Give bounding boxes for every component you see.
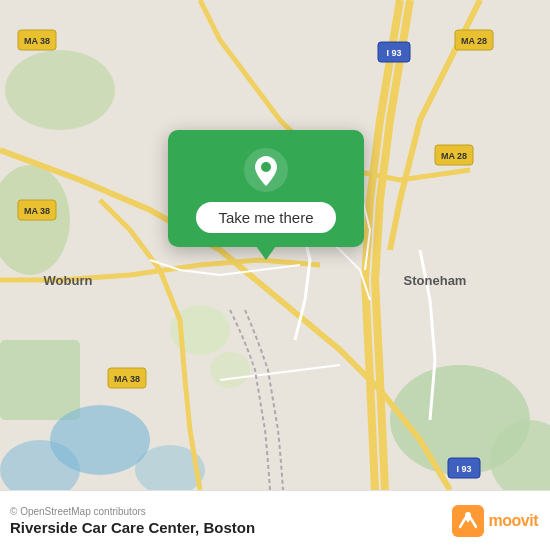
location-title: Riverside Car Care Center, Boston bbox=[10, 519, 255, 536]
svg-text:MA 28: MA 28 bbox=[461, 36, 487, 46]
location-pin-icon bbox=[244, 148, 288, 192]
svg-text:MA 28: MA 28 bbox=[441, 151, 467, 161]
svg-point-1 bbox=[5, 50, 115, 130]
location-info: © OpenStreetMap contributors Riverside C… bbox=[10, 506, 255, 536]
map-view: MA 38 MA 38 MA 38 MA 28 MA 28 I 93 I 93 … bbox=[0, 0, 550, 490]
svg-text:MA 38: MA 38 bbox=[24, 36, 50, 46]
svg-rect-3 bbox=[0, 340, 80, 420]
svg-text:Stoneham: Stoneham bbox=[404, 273, 467, 288]
svg-text:I 93: I 93 bbox=[386, 48, 401, 58]
moovit-label: moovit bbox=[489, 512, 538, 530]
svg-text:MA 38: MA 38 bbox=[24, 206, 50, 216]
bottom-info-bar: © OpenStreetMap contributors Riverside C… bbox=[0, 490, 550, 550]
location-popup: Take me there bbox=[168, 130, 364, 247]
moovit-branding: moovit bbox=[452, 505, 538, 537]
svg-point-30 bbox=[465, 512, 471, 518]
osm-attribution: © OpenStreetMap contributors bbox=[10, 506, 255, 517]
svg-point-28 bbox=[261, 162, 271, 172]
moovit-logo-icon bbox=[452, 505, 484, 537]
svg-point-10 bbox=[210, 352, 250, 388]
svg-text:Woburn: Woburn bbox=[44, 273, 93, 288]
svg-text:I 93: I 93 bbox=[456, 464, 471, 474]
svg-text:MA 38: MA 38 bbox=[114, 374, 140, 384]
take-me-there-button[interactable]: Take me there bbox=[196, 202, 335, 233]
